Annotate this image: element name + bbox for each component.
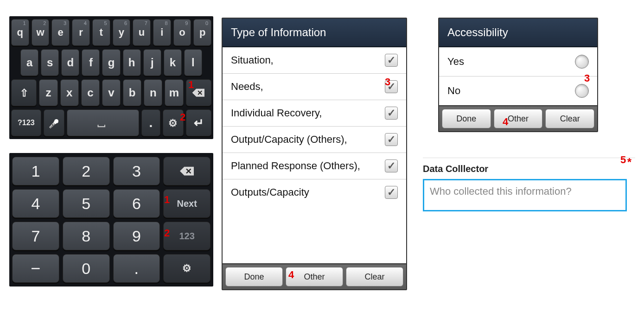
- key-z[interactable]: z: [39, 79, 57, 106]
- numpad-settings-key[interactable]: [163, 254, 210, 283]
- checklist-item[interactable]: Needs,: [223, 74, 406, 100]
- key-u[interactable]: 7u: [133, 19, 151, 46]
- key-s[interactable]: s: [41, 49, 59, 76]
- numkey-8[interactable]: 8: [63, 222, 110, 250]
- done-button[interactable]: Done: [225, 267, 283, 287]
- period-key[interactable]: .: [141, 109, 160, 136]
- backspace-icon: [180, 166, 194, 176]
- data-collector-field-block: * Data Colllector Who collected this inf…: [423, 158, 635, 211]
- key-y[interactable]: 6y: [113, 19, 131, 46]
- numkey-2[interactable]: 2: [63, 157, 110, 185]
- key-l[interactable]: l: [184, 49, 202, 76]
- data-collector-input[interactable]: Who collected this information?: [423, 179, 627, 211]
- qwerty-row-3: z x c v b n m: [11, 79, 211, 106]
- checklist-body[interactable]: Situation, Needs, Individual Recovery, O…: [223, 47, 406, 263]
- key-t[interactable]: 5t: [92, 19, 110, 46]
- key-f[interactable]: f: [82, 49, 100, 76]
- key-v[interactable]: v: [102, 79, 121, 106]
- numkey-dot[interactable]: .: [113, 254, 160, 283]
- radio-item-label: Yes: [447, 56, 464, 68]
- numpad-row-3: 7 8 9 123: [12, 222, 210, 250]
- radio-item-no[interactable]: No: [439, 76, 597, 105]
- checklist-item[interactable]: Individual Recovery,: [223, 100, 406, 127]
- numpad-backspace-key[interactable]: [163, 157, 210, 185]
- key-n[interactable]: n: [144, 79, 162, 106]
- clear-button[interactable]: Clear: [346, 267, 403, 287]
- callout-field-5: 5: [620, 154, 626, 166]
- key-j[interactable]: j: [143, 49, 161, 76]
- numkey-7[interactable]: 7: [12, 222, 59, 250]
- key-q[interactable]: 1q: [11, 19, 29, 46]
- checkbox-icon[interactable]: [385, 159, 398, 172]
- callout-numpad-1: 1: [164, 194, 170, 206]
- checklist-item-label: Output/Capacity (Others),: [231, 134, 347, 146]
- radio-body: Yes No: [439, 47, 597, 105]
- checklist-item[interactable]: Planned Response (Others),: [223, 153, 406, 179]
- numkey-1[interactable]: 1: [12, 157, 59, 185]
- numpad-mode-key[interactable]: 123: [163, 222, 210, 250]
- numeric-keypad: 1 2 3 4 5 6 Next 7 8 9 123 − 0 .: [9, 153, 213, 287]
- space-key[interactable]: [67, 109, 139, 136]
- key-d[interactable]: d: [61, 49, 79, 76]
- numkey-minus[interactable]: −: [12, 254, 59, 283]
- field-label: Data Colllector: [423, 158, 635, 174]
- numkey-4[interactable]: 4: [12, 189, 59, 218]
- key-e[interactable]: 3e: [51, 19, 70, 46]
- key-g[interactable]: g: [102, 49, 120, 76]
- enter-key[interactable]: [186, 109, 211, 136]
- symbols-key[interactable]: ?123: [11, 109, 41, 136]
- accessibility-dialog: Accessibility Yes No Done Other Clear: [438, 18, 598, 132]
- key-b[interactable]: b: [123, 79, 141, 106]
- checklist-item[interactable]: Outputs/Capacity: [223, 179, 406, 201]
- numkey-5[interactable]: 5: [63, 189, 110, 218]
- space-icon: [98, 116, 108, 130]
- callout-checklist-3: 3: [385, 76, 390, 88]
- qwerty-row-2: a s d f g h j k l: [11, 49, 211, 76]
- key-o[interactable]: 9o: [173, 19, 191, 46]
- radio-icon[interactable]: [575, 84, 589, 98]
- other-button[interactable]: Other: [494, 109, 543, 128]
- dialog-title: Type of Information: [223, 19, 406, 47]
- checklist-item[interactable]: Situation,: [223, 47, 406, 74]
- type-of-information-dialog: Type of Information Situation, Needs, In…: [222, 18, 407, 290]
- key-p[interactable]: 0p: [193, 19, 211, 46]
- key-r[interactable]: 4r: [72, 19, 90, 46]
- numpad-next-key[interactable]: Next: [163, 189, 210, 218]
- other-button[interactable]: Other: [286, 267, 343, 287]
- key-i[interactable]: 8i: [153, 19, 171, 46]
- done-button[interactable]: Done: [442, 109, 491, 128]
- mic-icon: [49, 116, 59, 129]
- qwerty-row-1: 1q 2w 3e 4r 5t 6y 7u 8i 9o 0p: [11, 19, 211, 46]
- numkey-3[interactable]: 3: [113, 157, 160, 185]
- key-k[interactable]: k: [164, 49, 182, 76]
- callout-numpad-2: 2: [164, 227, 170, 239]
- checklist-item[interactable]: Output/Capacity (Others),: [223, 127, 406, 153]
- key-c[interactable]: c: [81, 79, 100, 106]
- radio-item-yes[interactable]: Yes: [439, 47, 597, 76]
- numkey-0[interactable]: 0: [63, 254, 110, 283]
- shift-key[interactable]: [11, 79, 37, 106]
- key-w[interactable]: 2w: [32, 19, 50, 46]
- backspace-icon: [192, 88, 204, 97]
- key-h[interactable]: h: [123, 49, 141, 76]
- checkbox-icon[interactable]: [385, 133, 398, 146]
- clear-button[interactable]: Clear: [545, 109, 594, 128]
- numkey-6[interactable]: 6: [113, 189, 160, 218]
- checklist-item-label: Outputs/Capacity: [231, 186, 309, 198]
- key-a[interactable]: a: [20, 49, 38, 76]
- checklist-item-label: Situation,: [231, 54, 274, 66]
- numpad-row-1: 1 2 3: [12, 157, 210, 185]
- key-m[interactable]: m: [165, 79, 183, 106]
- numpad-row-4: − 0 .: [12, 254, 210, 283]
- checkbox-icon[interactable]: [385, 186, 398, 199]
- required-star-icon: *: [627, 156, 631, 169]
- radio-icon[interactable]: [575, 55, 589, 69]
- checkbox-icon[interactable]: [385, 54, 398, 67]
- dialog-title: Accessibility: [439, 19, 597, 47]
- key-x[interactable]: x: [60, 79, 79, 106]
- checkbox-icon[interactable]: [385, 107, 398, 120]
- callout-radio-4: 4: [503, 116, 508, 128]
- enter-icon: [194, 116, 204, 130]
- mic-key[interactable]: [44, 109, 64, 136]
- numkey-9[interactable]: 9: [113, 222, 160, 250]
